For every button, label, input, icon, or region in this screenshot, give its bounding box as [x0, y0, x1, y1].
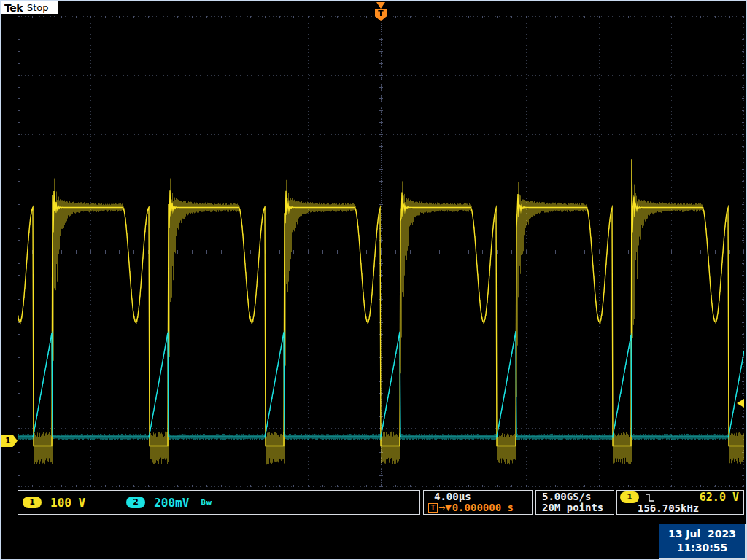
- trigger-flag-icon: T: [375, 9, 387, 21]
- trigger-position-marker[interactable]: T: [374, 1, 388, 21]
- trigger-position-value: 0.000000 s: [452, 502, 514, 513]
- trigger-flag-label: T: [378, 9, 384, 18]
- scope-screen: Tek Stop T 1 1 100 V 2 200mV Bw 4.00µs T…: [1, 1, 746, 559]
- falling-edge-icon: [645, 493, 654, 502]
- ch1-ground-label: 1: [5, 436, 11, 446]
- bandwidth-indicator-icon: Bw: [201, 499, 212, 506]
- trigger-level-marker[interactable]: [737, 399, 744, 408]
- trigger-readout[interactable]: 1 62.0 V 156.705kHz: [616, 490, 744, 515]
- date-label: 13 Jul 2023: [668, 527, 736, 541]
- timebase-scale: 4.00µs: [434, 491, 532, 502]
- ch2-scale: 200mV: [154, 496, 189, 510]
- sample-rate: 5.00GS/s: [542, 491, 614, 502]
- ch1-ground-marker[interactable]: 1: [1, 435, 18, 447]
- brand-strip: Tek Stop: [1, 1, 58, 14]
- waveform-display[interactable]: [18, 16, 744, 487]
- ch1-scale: 100 V: [50, 496, 85, 510]
- trigger-source-badge: 1: [620, 491, 639, 503]
- trigger-frequency: 156.705kHz: [638, 503, 743, 514]
- ch1-badge: 1: [23, 497, 42, 508]
- trigger-t-icon: T: [428, 503, 438, 513]
- ch2-badge: 2: [126, 497, 145, 508]
- time-label: 11:30:55: [677, 541, 728, 555]
- acquisition-status: Stop: [27, 2, 49, 13]
- horizontal-readout[interactable]: 4.00µs T →▼ 0.000000 s: [423, 490, 533, 515]
- record-length: 20M points: [542, 502, 614, 513]
- datetime-box: 13 Jul 2023 11:30:55: [659, 524, 746, 559]
- trigger-position-arrows-icon: →▼: [438, 502, 452, 513]
- acquisition-readout[interactable]: 5.00GS/s 20M points: [535, 490, 614, 515]
- tek-logo: Tek: [4, 2, 23, 14]
- trigger-level-value: 62.0 V: [700, 491, 739, 503]
- vertical-readout[interactable]: 1 100 V 2 200mV Bw: [18, 490, 420, 515]
- trigger-arrow-icon: [376, 2, 385, 9]
